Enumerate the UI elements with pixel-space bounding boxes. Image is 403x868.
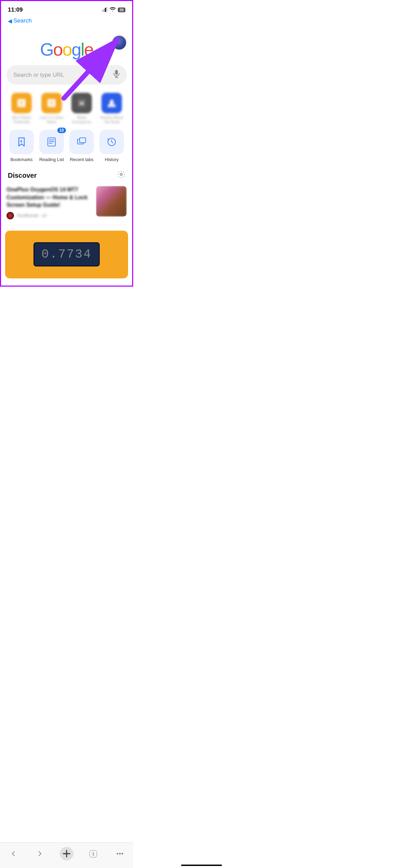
logo-g: G <box>40 40 53 59</box>
back-arrow-icon: ◀ <box>8 18 12 24</box>
logo-g2: g <box>71 40 81 59</box>
status-icons: 39 <box>102 7 125 13</box>
discover-header: Discover <box>6 170 127 180</box>
shortcut-label-2: Log In to Save Notes <box>38 115 65 124</box>
news-thumbnail <box>96 186 127 217</box>
history-label: History <box>105 157 119 162</box>
svg-text:T: T <box>50 101 53 106</box>
history-action[interactable]: History <box>99 130 124 162</box>
bookmarks-button[interactable] <box>9 130 34 154</box>
shortcut-2[interactable]: T Log In to Save Notes <box>38 93 65 124</box>
news-source-label: TechBrands · 1d <box>17 213 46 218</box>
news-headline: OnePlus OxygenOS 14 MT7 Customization — … <box>6 186 92 209</box>
recent-tabs-action[interactable]: Recent tabs <box>69 130 94 162</box>
bookmarks-label: Bookmarks <box>10 157 32 162</box>
google-logo: Google <box>40 41 93 58</box>
odometer-digits: 0.7734 <box>41 247 92 261</box>
settings-icon[interactable] <box>117 170 125 180</box>
news-source-avatar <box>6 212 14 219</box>
shortcut-4[interactable]: Anxiety About The Body <box>98 93 125 124</box>
shortcut-label-4: Anxiety About The Body <box>98 115 125 124</box>
reading-list-button[interactable]: 10 <box>39 130 64 154</box>
news-card-yellow[interactable]: 0.7734 <box>5 231 128 278</box>
quick-actions: Bookmarks 10 Reading List <box>6 130 127 162</box>
news-thumb-bg <box>96 186 127 217</box>
bookmarks-action[interactable]: Bookmarks <box>9 130 34 162</box>
odometer-display: 0.7734 <box>33 242 100 266</box>
back-label[interactable]: Search <box>13 17 32 24</box>
news-meta: TechBrands · 1d ··· <box>6 212 92 219</box>
search-placeholder: Search or type URL <box>13 72 113 78</box>
back-navigation[interactable]: ◀ Search <box>1 16 132 27</box>
search-bar[interactable]: Search or type URL <box>6 65 127 85</box>
profile-avatar[interactable] <box>112 35 127 50</box>
svg-rect-1 <box>103 9 105 12</box>
signal-icon <box>102 7 108 13</box>
logo-l: l <box>81 40 84 59</box>
reading-list-badge: 10 <box>57 128 66 133</box>
logo-o1: o <box>53 40 62 59</box>
shortcut-label-3: Metal Drumgizmo <box>68 115 95 124</box>
battery-indicator: 39 <box>118 8 125 12</box>
shortcut-icon-2: T <box>41 93 62 113</box>
shortcut-icon-3: M <box>71 93 92 113</box>
news-more-icon[interactable]: ··· <box>49 213 53 218</box>
microphone-icon[interactable] <box>113 70 120 80</box>
recent-tabs-label: Recent tabs <box>70 157 93 162</box>
svg-point-23 <box>120 173 122 175</box>
svg-rect-21 <box>80 138 86 143</box>
svg-rect-0 <box>102 10 103 12</box>
svg-rect-3 <box>106 7 107 12</box>
logo-e: e <box>84 40 93 59</box>
main-content: Google Search or type URL T Best Rated T… <box>1 27 132 278</box>
svg-text:T: T <box>20 101 23 106</box>
status-bar: 11:09 39 <box>1 1 132 16</box>
wifi-icon <box>110 7 116 13</box>
reading-list-action[interactable]: 10 Reading List <box>39 130 64 162</box>
svg-rect-2 <box>105 8 106 12</box>
reading-list-label: Reading List <box>39 157 64 162</box>
shortcut-icon-4 <box>101 93 122 113</box>
news-card-1[interactable]: OnePlus OxygenOS 14 MT7 Customization — … <box>6 186 127 225</box>
status-time: 11:09 <box>8 6 23 13</box>
logo-o2: o <box>62 40 72 59</box>
svg-rect-6 <box>115 70 118 75</box>
google-logo-container: Google <box>6 27 127 65</box>
shortcut-icon-1: T <box>11 93 32 113</box>
recent-tabs-button[interactable] <box>69 130 94 154</box>
shortcut-1[interactable]: T Best Rated Textbooks <box>8 93 35 124</box>
shortcut-label-1: Best Rated Textbooks <box>8 115 35 124</box>
history-button[interactable] <box>99 130 124 154</box>
shortcuts-row: T Best Rated Textbooks T Log In to Save … <box>6 93 127 124</box>
svg-text:M: M <box>80 101 84 106</box>
news-text-block: OnePlus OxygenOS 14 MT7 Customization — … <box>6 186 92 219</box>
discover-title: Discover <box>8 172 37 179</box>
shortcut-3[interactable]: M Metal Drumgizmo <box>68 93 95 124</box>
